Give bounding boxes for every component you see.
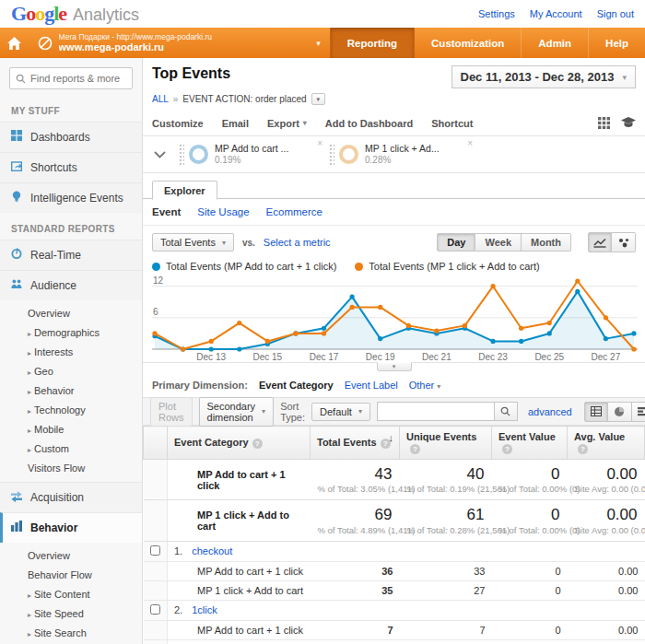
subnav-site-usage[interactable]: Site Usage [197, 206, 249, 217]
table-search [377, 402, 518, 421]
account-links: Settings My Account Sign out [478, 8, 634, 19]
sidebar-item-acquisition[interactable]: Acquisition [0, 482, 142, 512]
sidebar-item-behavior-flow[interactable]: Behavior Flow [0, 565, 142, 584]
chart-collapse-handle[interactable]: ▾ [377, 362, 412, 371]
subnav-ecommerce[interactable]: Ecommerce [266, 206, 322, 217]
sidebar-item-site-speed[interactable]: ▸Site Speed [0, 603, 142, 623]
report-search-box[interactable] [9, 67, 133, 89]
report-main: Top Events Dec 11, 2013 - Dec 28, 2013 ▾… [143, 58, 645, 644]
subnav-event[interactable]: Event [152, 206, 181, 217]
metric-dropdown[interactable]: Total Events▾ [152, 233, 234, 252]
line-chart-button[interactable] [588, 232, 612, 252]
sidebar-item-behavior[interactable]: Behavior [0, 512, 142, 543]
table-view-percentage-button[interactable] [608, 402, 632, 422]
sidebar-item-site-content[interactable]: ▸Site Content [0, 584, 142, 603]
sidebar-item-site-search[interactable]: ▸Site Search [0, 623, 142, 642]
col-event-category[interactable]: Event Category? [168, 427, 311, 460]
sidebar-item-interests[interactable]: ▸Interests [0, 342, 142, 361]
segment-close-icon[interactable]: × [317, 138, 322, 148]
sidebar-item-dashboards[interactable]: Dashboards [0, 122, 142, 152]
sidebar-item-overview[interactable]: Overview [0, 545, 142, 565]
granularity-day[interactable]: Day [437, 233, 475, 252]
sidebar-item-real-time[interactable]: Real-Time [0, 240, 142, 270]
customize-button[interactable]: Customize [152, 118, 204, 129]
breadcrumb-caret-button[interactable]: ▾ [311, 93, 325, 105]
col-total-events[interactable]: Total Events?↓ [311, 427, 400, 460]
summary-subtext: % of Total: 0.28% (21,561) [407, 525, 485, 535]
segment-chip-1[interactable]: MP Add to cart ...0.19%× [176, 136, 326, 172]
empty-metric-cell [492, 600, 568, 620]
help-icon[interactable]: ? [578, 444, 588, 454]
row-checkbox[interactable] [150, 545, 160, 556]
tab-customization[interactable]: Customization [415, 28, 521, 58]
sort-type-dropdown[interactable]: Default▾ [311, 403, 370, 421]
segment-chip-2[interactable]: MP 1 click + Ad...0.28%× [326, 136, 476, 172]
segment-drag-handle[interactable] [329, 144, 334, 165]
summary-value: 0 [499, 506, 560, 524]
sidebar-item-audience[interactable]: Audience [0, 270, 142, 300]
sidebar-item-visitors-flow[interactable]: Visitors Flow [0, 458, 142, 477]
sidebar-item-geo[interactable]: ▸Geo [0, 361, 142, 381]
table-search-button[interactable] [495, 402, 518, 421]
table-view-performance-button[interactable] [632, 402, 645, 422]
account-selector[interactable]: Мега Подарки - http://www.mega-podarki.r… [29, 28, 330, 58]
select-a-metric-link[interactable]: Select a metric [264, 237, 331, 248]
sidebar-item-demographics[interactable]: ▸Demographics [0, 322, 142, 342]
tab-help[interactable]: Help [588, 28, 645, 58]
col-event-value[interactable]: Event Value? [492, 427, 568, 460]
sidebar-item-technology[interactable]: ▸Technology [0, 400, 142, 419]
secondary-dimension-dropdown[interactable]: Secondary dimension▾ [199, 397, 275, 427]
sidebar-item-mobile[interactable]: ▸Mobile [0, 419, 142, 439]
tab-reporting[interactable]: Reporting [330, 28, 415, 58]
education-cap-icon[interactable] [621, 117, 636, 129]
segment-close-icon[interactable]: × [467, 138, 473, 148]
help-icon[interactable]: ? [502, 444, 512, 454]
table-search-input[interactable] [377, 402, 495, 421]
help-icon[interactable]: ? [252, 439, 263, 449]
summary-segment-label: MP Add to cart + 1 click [168, 460, 311, 500]
col-avg-value[interactable]: Avg. Value? [568, 427, 645, 460]
plot-rows-button[interactable]: Plot Rows [150, 397, 193, 427]
table-view-data-button[interactable] [584, 402, 608, 422]
export-caret-icon: ▾ [303, 119, 307, 127]
sidebar-item-shortcuts[interactable]: Shortcuts [0, 152, 142, 182]
help-icon[interactable]: ? [410, 444, 420, 454]
row-checkbox[interactable] [150, 604, 160, 615]
acquisition-icon [11, 490, 22, 505]
granularity-month[interactable]: Month [522, 233, 571, 252]
sidebar-item-intelligence-events[interactable]: Intelligence Events [0, 182, 142, 213]
keyboard-shortcuts-icon[interactable] [598, 117, 610, 129]
sidebar-item-custom[interactable]: ▸Custom [0, 439, 142, 458]
date-range-selector[interactable]: Dec 11, 2013 - Dec 28, 2013 ▾ [452, 65, 637, 88]
motion-chart-button[interactable] [612, 232, 636, 252]
segments-collapse-button[interactable] [143, 136, 176, 172]
svg-text:Dec 19: Dec 19 [366, 352, 395, 362]
tab-admin[interactable]: Admin [521, 28, 588, 58]
advanced-search-link[interactable]: advanced [528, 406, 572, 417]
export-button[interactable]: Export▾ [267, 118, 307, 129]
my-account-link[interactable]: My Account [530, 8, 582, 19]
dimension-event-category[interactable]: Event Category [259, 380, 334, 391]
shortcut-button[interactable]: Shortcut [431, 118, 473, 129]
account-caret-icon: ▾ [316, 39, 321, 48]
legend-item: Total Events (MP 1 click + Add to cart) [355, 261, 539, 272]
segment-name: MP Add to cart ... [215, 143, 288, 155]
breadcrumb-all-link[interactable]: ALL [152, 94, 169, 104]
search-input[interactable] [30, 73, 126, 84]
sign-out-link[interactable]: Sign out [597, 8, 634, 19]
sidebar-item-behavior[interactable]: ▸Behavior [0, 381, 142, 400]
add-to-dashboard-button[interactable]: Add to Dashboard [325, 118, 413, 129]
category-link[interactable]: 1click [192, 604, 217, 615]
tab-explorer[interactable]: Explorer [152, 181, 217, 200]
dimension-event-label[interactable]: Event Label [345, 380, 398, 391]
granularity-group: Day Week Month [437, 233, 571, 252]
email-button[interactable]: Email [222, 118, 249, 129]
settings-link[interactable]: Settings [478, 8, 515, 19]
sidebar-item-overview[interactable]: Overview [0, 303, 142, 322]
category-link[interactable]: checkout [192, 545, 232, 556]
dimension-other[interactable]: Other ▾ [409, 380, 441, 391]
home-button[interactable] [0, 28, 29, 58]
col-unique-events[interactable]: Unique Events? [400, 427, 492, 460]
granularity-week[interactable]: Week [475, 233, 522, 252]
segment-drag-handle[interactable] [179, 144, 184, 165]
